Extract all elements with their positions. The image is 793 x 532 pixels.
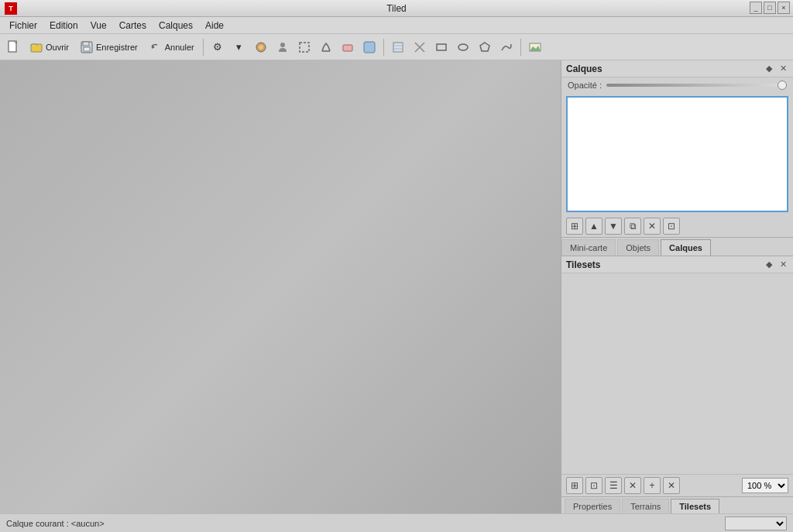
duplicate-layer-button[interactable]: ⧉ <box>624 218 641 235</box>
ts-edit-button[interactable]: ⊡ <box>585 477 602 494</box>
path-tool[interactable] <box>496 37 517 57</box>
calques-float-button[interactable]: ◆ <box>764 63 774 74</box>
tab-properties[interactable]: Properties <box>565 499 620 513</box>
tilesets-close-button[interactable]: ✕ <box>778 259 788 270</box>
svg-point-7 <box>259 45 263 50</box>
svg-rect-12 <box>364 42 375 53</box>
svg-rect-4 <box>84 47 90 51</box>
right-panel: Calques ◆ ✕ Opacité : ⊞ ▲ ▼ ⧉ ✕ ⊡ <box>561 60 793 513</box>
svg-rect-9 <box>300 43 309 52</box>
ts-list-button[interactable]: ☰ <box>605 477 622 494</box>
ellipse-tool[interactable] <box>453 37 473 57</box>
open-icon <box>29 40 43 54</box>
window-controls: _ □ × <box>750 2 790 14</box>
calques-panel-header: Calques ◆ ✕ <box>561 60 793 77</box>
titlebar: T Tiled _ □ × <box>0 0 793 17</box>
statusbar-right <box>725 517 787 530</box>
select-tool[interactable] <box>294 37 314 57</box>
tilesets-toolbar: ⊞ ⊡ ☰ ✕ + ✕ 25 % 50 % 75 % 100 % 150 % 2… <box>561 474 793 496</box>
open-label: Ouvrir <box>46 43 69 52</box>
calques-panel: Calques ◆ ✕ Opacité : ⊞ ▲ ▼ ⧉ ✕ ⊡ <box>561 60 793 238</box>
ts-new-button[interactable]: ⊞ <box>566 477 583 494</box>
menu-aide[interactable]: Aide <box>199 19 230 33</box>
panel-tabs-top: Mini-carte Objets Calques <box>561 238 793 256</box>
maximize-button[interactable]: □ <box>764 2 776 14</box>
menu-edition[interactable]: Edition <box>43 19 84 33</box>
calques-header-controls: ◆ ✕ <box>764 63 788 74</box>
svg-rect-18 <box>437 44 446 50</box>
svg-rect-11 <box>343 45 352 51</box>
tilesets-panel: Tilesets ◆ ✕ ⊞ ⊡ ☰ ✕ + ✕ 25 % 50 % 75 <box>561 256 793 513</box>
tilesets-panel-title: Tilesets <box>566 259 600 270</box>
toolbar-separator-3 <box>520 39 521 56</box>
undo-icon <box>149 40 163 54</box>
cut-tool[interactable] <box>410 37 430 57</box>
tilesets-content[interactable] <box>561 273 793 474</box>
new-file-button[interactable] <box>3 37 23 57</box>
ts-detach-button[interactable]: ✕ <box>663 477 680 494</box>
menu-vue[interactable]: Vue <box>84 19 113 33</box>
map-tool[interactable] <box>388 37 408 57</box>
close-button[interactable]: × <box>778 2 790 14</box>
stamp-tool[interactable] <box>316 37 336 57</box>
menu-calques[interactable]: Calques <box>153 19 199 33</box>
opacity-thumb <box>778 81 787 90</box>
canvas-area[interactable] <box>0 60 561 513</box>
erase-tool[interactable] <box>338 37 358 57</box>
opacity-slider[interactable] <box>606 84 787 87</box>
remove-layer-button[interactable]: ✕ <box>644 218 661 235</box>
layers-toolbar: ⊞ ▲ ▼ ⧉ ✕ ⊡ <box>561 215 793 237</box>
save-label: Enregistrer <box>96 43 138 52</box>
svg-point-19 <box>458 44 468 50</box>
svg-rect-13 <box>393 43 403 52</box>
brush-tool[interactable] <box>251 37 271 57</box>
menu-cartes[interactable]: Cartes <box>113 19 153 33</box>
polygon-tool[interactable] <box>475 37 495 57</box>
minimize-button[interactable]: _ <box>750 2 762 14</box>
menu-fichier[interactable]: Fichier <box>3 19 43 33</box>
main-layout: Calques ◆ ✕ Opacité : ⊞ ▲ ▼ ⧉ ✕ ⊡ <box>0 60 793 513</box>
tilesets-header-controls: ◆ ✕ <box>764 259 788 270</box>
ts-add-button[interactable]: + <box>644 477 661 494</box>
svg-rect-3 <box>83 42 89 46</box>
toolbar-separator-1 <box>203 39 204 56</box>
menubar: Fichier Edition Vue Cartes Calques Aide <box>0 17 793 34</box>
move-layer-up-button[interactable]: ▲ <box>585 218 602 235</box>
zoom-dropdown[interactable]: 25 % 50 % 75 % 100 % 150 % 200 % <box>742 478 788 493</box>
settings-button[interactable]: ⚙ <box>208 37 228 57</box>
tab-tilesets[interactable]: Tilesets <box>671 499 719 513</box>
move-layer-down-button[interactable]: ▼ <box>605 218 622 235</box>
tab-terrains[interactable]: Terrains <box>622 499 669 513</box>
tab-calques[interactable]: Calques <box>661 239 711 256</box>
add-layer-button[interactable]: ⊞ <box>566 218 583 235</box>
statusbar-dropdown[interactable] <box>725 517 787 530</box>
toolbar-separator-2 <box>383 39 384 56</box>
image-tool[interactable] <box>525 37 545 57</box>
layers-list[interactable] <box>566 96 788 212</box>
opacity-row: Opacité : <box>561 77 793 93</box>
layer-properties-button[interactable]: ⊡ <box>663 218 680 235</box>
panel-tabs-bottom: Properties Terrains Tilesets <box>561 496 793 513</box>
app-icon: T <box>5 2 17 15</box>
toolbar: Ouvrir Enregistrer Annuler ⚙ ▾ <box>0 34 793 60</box>
window-title: Tiled <box>386 3 407 14</box>
tilesets-panel-header: Tilesets ◆ ✕ <box>561 256 793 273</box>
fill-tool[interactable] <box>359 37 379 57</box>
svg-marker-20 <box>480 43 489 51</box>
canvas-background <box>0 60 561 513</box>
ts-remove-button[interactable]: ✕ <box>624 477 641 494</box>
statusbar: Calque courant : <aucun> <box>0 513 793 532</box>
tab-objets[interactable]: Objets <box>617 239 659 256</box>
tilesets-float-button[interactable]: ◆ <box>764 259 774 270</box>
user-tool[interactable] <box>273 37 293 57</box>
statusbar-text: Calque courant : <aucun> <box>6 519 105 528</box>
open-button[interactable]: Ouvrir <box>25 37 74 57</box>
save-icon <box>80 40 94 54</box>
tab-mini-carte[interactable]: Mini-carte <box>561 239 616 256</box>
rect-tool[interactable] <box>431 37 451 57</box>
save-button[interactable]: Enregistrer <box>75 37 142 57</box>
calques-close-button[interactable]: ✕ <box>778 63 788 74</box>
settings-dropdown[interactable]: ▾ <box>229 37 249 57</box>
undo-button[interactable]: Annuler <box>144 37 199 57</box>
undo-label: Annuler <box>165 43 194 52</box>
